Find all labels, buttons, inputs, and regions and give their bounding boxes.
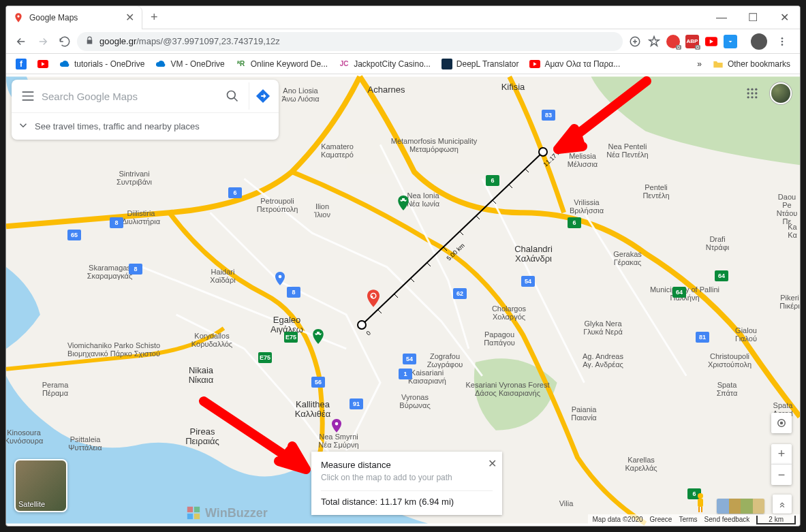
star-icon[interactable] <box>647 35 661 48</box>
user-avatar[interactable] <box>770 82 792 104</box>
top-right-controls <box>745 82 792 104</box>
attribution-bar: Map data ©2020 Greece Terms Send feedbac… <box>588 514 800 526</box>
pegman-icon[interactable] <box>692 492 709 514</box>
watermark-text: WinBuzzer <box>205 506 268 520</box>
bookmark-jackpot[interactable]: JCJackpotCity Casino... <box>335 56 435 72</box>
search-expand[interactable]: See travel times, traffic and nearby pla… <box>12 112 279 140</box>
reload-button[interactable] <box>55 32 74 51</box>
search-icon[interactable] <box>219 82 246 110</box>
forward-button[interactable] <box>33 32 52 51</box>
svg-point-27 <box>228 91 236 99</box>
bookmark-deepl[interactable]: DeepL Translator <box>437 56 523 72</box>
ext-download[interactable] <box>724 35 737 48</box>
svg-point-33 <box>755 92 757 94</box>
svg-rect-44 <box>194 507 200 512</box>
omnibox[interactable]: google.gr/maps/@37.9971097,23.743719,12z <box>77 32 623 51</box>
directions-button[interactable] <box>249 82 276 110</box>
apps-grid-icon[interactable] <box>745 87 759 100</box>
satellite-label: Satellite <box>18 500 45 508</box>
svg-point-5 <box>781 44 784 46</box>
measure-distance-card: ✕ Measure distance Click on the map to a… <box>311 452 502 515</box>
svg-point-39 <box>698 493 703 499</box>
imagery-strip[interactable] <box>717 499 764 514</box>
satellite-toggle[interactable]: Satellite <box>14 459 67 512</box>
ext-youtube[interactable] <box>704 35 718 48</box>
svg-point-0 <box>17 15 19 17</box>
tab-close-icon[interactable]: ✕ <box>124 12 135 23</box>
chevron-down-icon <box>17 119 29 134</box>
window-controls: — ☐ ✕ <box>706 6 800 29</box>
browser-window: Google Maps ✕ + — ☐ ✕ google.gr/maps/@37… <box>5 5 801 527</box>
svg-rect-40 <box>698 499 703 507</box>
region-link[interactable]: Greece <box>650 516 672 525</box>
map-copyright: Map data ©2020 <box>592 516 642 525</box>
back-button[interactable] <box>12 32 31 51</box>
hamburger-menu[interactable] <box>14 82 42 110</box>
my-location-button[interactable] <box>771 413 792 433</box>
bookmark-keyword[interactable]: ᴿROnline Keyword De... <box>232 56 332 72</box>
svg-point-3 <box>781 37 784 40</box>
svg-rect-43 <box>187 507 193 512</box>
address-bar: google.gr/maps/@37.9971097,23.743719,12z… <box>6 29 800 54</box>
minimize-button[interactable]: — <box>706 6 737 29</box>
svg-point-32 <box>751 92 753 94</box>
url-text: google.gr/maps/@37.9971097,23.743719,12z <box>99 36 280 46</box>
gmaps-favicon <box>13 12 24 23</box>
svg-point-30 <box>755 89 757 91</box>
svg-point-29 <box>751 89 753 91</box>
bookmark-youtube[interactable] <box>33 56 52 72</box>
svg-point-31 <box>747 92 749 94</box>
svg-point-4 <box>781 40 784 42</box>
search-input[interactable] <box>42 91 219 102</box>
bookmark-onedrive-tutorials[interactable]: tutorials - OneDrive <box>55 56 149 72</box>
bookmarks-bar: f tutorials - OneDrive VM - OneDrive ᴿRO… <box>6 54 800 74</box>
install-icon[interactable] <box>628 35 642 48</box>
close-button[interactable]: ✕ <box>769 6 800 29</box>
new-tab-button[interactable]: + <box>142 10 166 25</box>
svg-point-36 <box>755 96 757 98</box>
expand-panel-button[interactable] <box>773 495 792 514</box>
titlebar: Google Maps ✕ + — ☐ ✕ <box>6 6 800 29</box>
tab-title: Google Maps <box>29 13 119 22</box>
measure-title: Measure distance <box>321 460 493 470</box>
feedback-link[interactable]: Send feedback <box>704 516 750 525</box>
bookmarks-overflow[interactable]: » <box>693 57 706 72</box>
bookmark-onedrive-vm[interactable]: VM - OneDrive <box>151 56 228 72</box>
svg-rect-46 <box>194 514 200 519</box>
svg-rect-41 <box>698 507 700 512</box>
svg-point-34 <box>747 96 749 98</box>
measure-total: Total distance: 11.17 km (6.94 mi) <box>321 490 493 507</box>
close-icon[interactable]: ✕ <box>488 457 497 470</box>
bottom-right-controls <box>692 492 792 514</box>
menu-button[interactable] <box>773 32 792 51</box>
ext-ublock[interactable]: 0 <box>666 35 680 48</box>
svg-rect-42 <box>701 507 702 512</box>
lock-icon <box>85 35 94 48</box>
svg-rect-45 <box>187 514 193 519</box>
watermark: WinBuzzer <box>186 505 268 520</box>
map-viewport[interactable]: Ano LiosiaΆνω ΛιόσιαAcharnesKifisiaSintr… <box>6 74 800 526</box>
maximize-button[interactable]: ☐ <box>737 6 769 29</box>
bookmark-greek[interactable]: Αμαν Ολα τα Παρα... <box>525 56 624 72</box>
other-bookmarks[interactable]: Other bookmarks <box>709 56 794 72</box>
svg-point-28 <box>747 89 749 91</box>
scale-text: 2 km <box>756 516 796 525</box>
extension-icons: 0 ABP0 <box>625 32 794 51</box>
measure-subtitle: Click on the map to add to your path <box>321 473 493 482</box>
svg-point-35 <box>751 96 753 98</box>
bookmark-facebook[interactable]: f <box>12 56 31 72</box>
browser-tab[interactable]: Google Maps ✕ <box>6 6 142 29</box>
zoom-out-button[interactable]: − <box>771 465 792 485</box>
terms-link[interactable]: Terms <box>679 516 697 525</box>
zoom-controls: + − <box>771 413 792 485</box>
ext-adblock[interactable]: ABP0 <box>685 35 699 48</box>
zoom-in-button[interactable]: + <box>771 444 792 465</box>
search-help-text: See travel times, traffic and nearby pla… <box>35 121 200 131</box>
profile-avatar[interactable] <box>751 33 767 50</box>
svg-point-38 <box>781 422 783 424</box>
search-panel: See travel times, traffic and nearby pla… <box>12 80 279 140</box>
